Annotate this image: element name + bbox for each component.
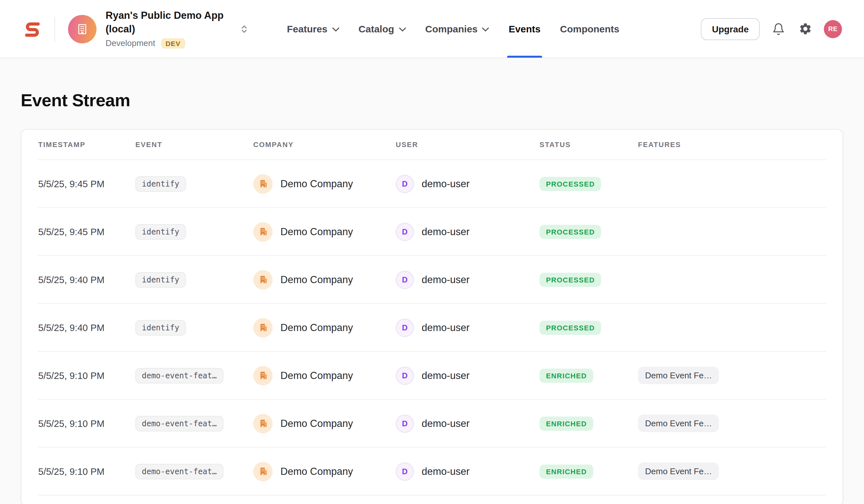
table-row[interactable]: 5/5/25, 9:40 PM identify Demo C — [38, 255, 826, 303]
company-name: Demo Company — [280, 178, 353, 190]
event-chip: identify — [135, 176, 186, 191]
feature-chip: Demo Event Fe… — [638, 463, 719, 480]
schematic-logo-icon[interactable] — [22, 19, 43, 39]
event-chip: demo-event-feat… — [135, 464, 223, 479]
status-cell: ENRICHED — [540, 368, 638, 383]
user-cell: D demo-user — [396, 271, 540, 289]
user-avatar: D — [396, 414, 414, 432]
building-icon — [258, 419, 268, 428]
event-chip: demo-event-feat… — [135, 416, 223, 431]
notifications-bell-icon[interactable] — [771, 21, 786, 37]
app-avatar — [68, 15, 96, 43]
event-cell: demo-event-feat… — [135, 368, 253, 383]
company-avatar — [253, 222, 273, 241]
company-avatar — [253, 461, 273, 481]
company-cell: Demo Company — [253, 366, 396, 385]
company-avatar — [253, 366, 273, 385]
user-name: demo-user — [422, 370, 470, 381]
company-cell: Demo Company — [253, 174, 396, 193]
timestamp-cell: 5/5/25, 9:10 PM — [38, 370, 135, 381]
company-cell: Demo Company — [253, 222, 396, 241]
table-header-row: TIMESTAMP EVENT COMPANY USER STATUS FEAT… — [38, 130, 826, 159]
environment-badge: DEV — [161, 38, 185, 49]
nav-features[interactable]: Features — [277, 0, 349, 58]
user-name: demo-user — [422, 274, 470, 285]
nav-catalog[interactable]: Catalog — [349, 0, 416, 58]
nav-companies[interactable]: Companies — [416, 0, 499, 58]
user-avatar: D — [396, 462, 414, 480]
user-cell: D demo-user — [396, 319, 540, 337]
user-menu-avatar[interactable]: RE — [824, 20, 842, 38]
environment-switcher-icon[interactable] — [237, 22, 251, 36]
column-header: USER — [396, 141, 540, 148]
table-row[interactable]: 5/5/25, 9:45 PM identify Demo C — [38, 207, 826, 255]
event-cell: demo-event-feat… — [135, 416, 253, 431]
event-chip: identify — [135, 224, 186, 239]
company-name: Demo Company — [280, 370, 353, 381]
status-cell: PROCESSED — [540, 320, 638, 335]
user-avatar: D — [396, 175, 414, 193]
event-cell: identify — [135, 272, 253, 287]
app-header: Ryan's Public Demo App (local) Developme… — [0, 0, 864, 58]
company-avatar — [253, 174, 273, 193]
company-cell: Demo Company — [253, 413, 396, 433]
table-row[interactable]: 5/5/25, 9:10 PM demo-event-feat… — [38, 399, 826, 447]
page-title: Event Stream — [21, 91, 843, 111]
status-badge: ENRICHED — [540, 464, 593, 478]
company-name: Demo Company — [280, 274, 353, 285]
nav-components[interactable]: Components — [550, 0, 629, 58]
event-chip: identify — [135, 272, 186, 287]
company-name: Demo Company — [280, 418, 353, 429]
status-badge: PROCESSED — [540, 320, 601, 335]
building-icon — [258, 466, 268, 476]
status-cell: PROCESSED — [540, 273, 638, 287]
status-badge: ENRICHED — [540, 416, 593, 431]
building-icon — [76, 22, 89, 35]
header-actions: Upgrade RE — [701, 18, 842, 40]
user-cell: D demo-user — [396, 462, 540, 480]
event-chip: identify — [135, 320, 186, 335]
user-avatar: D — [396, 223, 414, 241]
chevron-down-icon — [482, 27, 489, 32]
features-cell: Demo Event Fe… — [638, 367, 826, 384]
timestamp-cell: 5/5/25, 9:40 PM — [38, 274, 135, 285]
features-cell: Demo Event Fe… — [638, 415, 826, 432]
upgrade-button[interactable]: Upgrade — [701, 18, 760, 40]
status-cell: PROCESSED — [540, 225, 638, 239]
nav-events[interactable]: Events — [499, 0, 550, 58]
app-switcher[interactable]: Ryan's Public Demo App (local) Developme… — [68, 9, 225, 49]
building-icon — [258, 275, 268, 284]
chevron-down-icon — [399, 27, 406, 32]
app-title: Ryan's Public Demo App (local) — [106, 9, 225, 36]
company-name: Demo Company — [280, 466, 353, 477]
column-header: FEATURES — [638, 141, 826, 148]
event-cell: identify — [135, 224, 253, 239]
table-row[interactable]: 5/5/25, 9:10 PM demo-event-feat… — [38, 447, 826, 495]
event-table-body: 5/5/25, 9:45 PM identify Demo C — [38, 159, 826, 495]
settings-gear-icon[interactable] — [797, 21, 813, 37]
event-table-card: TIMESTAMP EVENT COMPANY USER STATUS FEAT… — [21, 129, 843, 504]
user-avatar: D — [396, 271, 414, 289]
timestamp-cell: 5/5/25, 9:40 PM — [38, 322, 135, 333]
timestamp-cell: 5/5/25, 9:45 PM — [38, 179, 135, 189]
nav-label: Features — [287, 23, 327, 34]
status-badge: PROCESSED — [540, 177, 601, 191]
company-avatar — [253, 318, 273, 337]
event-cell: identify — [135, 176, 253, 191]
company-avatar — [253, 270, 273, 289]
feature-chip: Demo Event Fe… — [638, 415, 719, 432]
table-row[interactable]: 5/5/25, 9:10 PM demo-event-feat… — [38, 351, 826, 399]
user-name: demo-user — [422, 466, 470, 477]
table-row[interactable]: 5/5/25, 9:40 PM identify Demo C — [38, 303, 826, 351]
building-icon — [258, 371, 268, 380]
user-avatar: D — [396, 366, 414, 384]
user-name: demo-user — [422, 178, 470, 190]
company-cell: Demo Company — [253, 318, 396, 337]
app-meta: Ryan's Public Demo App (local) Developme… — [106, 9, 225, 49]
company-cell: Demo Company — [253, 270, 396, 289]
main-nav: Features Catalog Companies Events Compon… — [277, 0, 629, 58]
column-header: TIMESTAMP — [38, 141, 135, 148]
user-name: demo-user — [422, 418, 470, 429]
table-row[interactable]: 5/5/25, 9:45 PM identify Demo C — [38, 159, 826, 207]
status-badge: ENRICHED — [540, 368, 593, 383]
